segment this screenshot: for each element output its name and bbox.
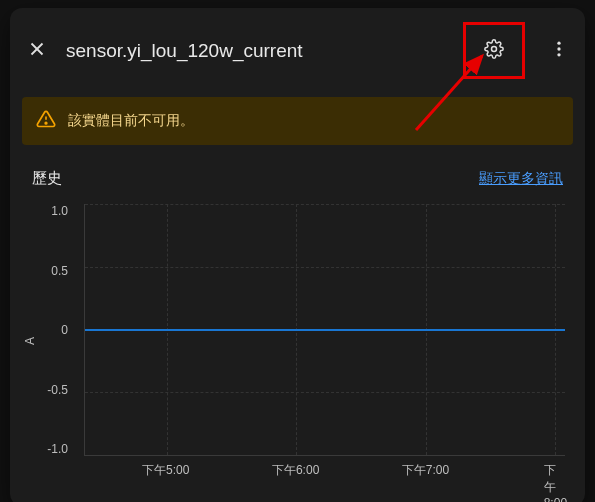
more-info-link[interactable]: 顯示更多資訊 [479,170,563,188]
svg-point-7 [45,122,47,124]
history-chart: A 1.0 0.5 0 -0.5 -1.0 下午5:00 下午6:00 下午7:… [22,196,573,486]
svg-point-2 [492,47,497,52]
gridline-h [85,204,565,205]
close-button[interactable] [22,34,52,67]
y-tick: 0 [61,323,68,337]
svg-point-5 [557,53,560,56]
history-title: 歷史 [32,169,62,188]
x-tick: 下午7:00 [402,462,449,479]
x-tick: 下午8:00 [544,462,567,502]
gear-icon [484,39,504,62]
chart-series-line [85,329,565,331]
x-tick: 下午6:00 [272,462,319,479]
y-tick: 0.5 [51,264,68,278]
plot-area[interactable] [84,204,565,456]
more-button[interactable] [545,33,573,68]
gridline-h [85,392,565,393]
x-axis: 下午5:00 下午6:00 下午7:00 下午8:00 [84,462,565,482]
close-icon [26,38,48,63]
svg-point-4 [557,47,560,50]
y-tick: 1.0 [51,204,68,218]
y-tick: -0.5 [47,383,68,397]
svg-point-3 [557,42,560,45]
dots-vertical-icon [549,39,569,62]
gridline-h [85,267,565,268]
x-tick: 下午5:00 [142,462,189,479]
settings-button[interactable] [478,33,510,68]
y-axis: 1.0 0.5 0 -0.5 -1.0 [22,204,78,456]
dialog-header: sensor.yi_lou_120w_current [10,8,585,97]
warning-text: 該實體目前不可用。 [68,112,194,130]
y-tick: -1.0 [47,442,68,456]
entity-dialog: sensor.yi_lou_120w_current 該實體目前不可用。 歷 [10,8,585,502]
history-section-header: 歷史 顯示更多資訊 [10,169,585,196]
dialog-title: sensor.yi_lou_120w_current [66,40,449,62]
warning-icon [36,109,56,133]
warning-banner: 該實體目前不可用。 [22,97,573,145]
settings-highlight-box [463,22,525,79]
